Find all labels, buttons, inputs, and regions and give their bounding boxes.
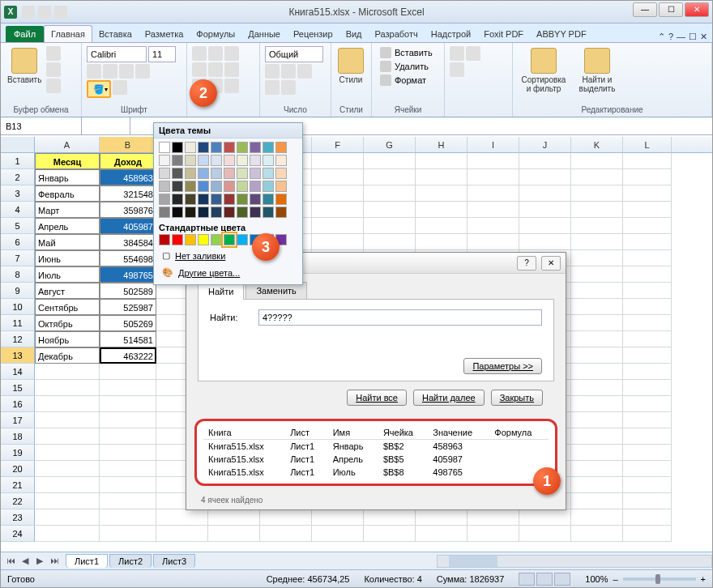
color-swatch[interactable]	[237, 207, 248, 218]
cell-K13[interactable]	[571, 347, 623, 364]
cell-J5[interactable]	[519, 218, 571, 234]
cell-L21[interactable]	[623, 477, 672, 493]
view-layout-icon[interactable]	[536, 573, 553, 586]
cells-insert-button[interactable]: Вставить	[377, 46, 436, 59]
cell-H24[interactable]	[416, 526, 468, 542]
color-swatch[interactable]	[159, 181, 170, 192]
cell-L3[interactable]	[623, 185, 672, 202]
color-swatch[interactable]	[172, 234, 183, 245]
color-swatch[interactable]	[172, 181, 183, 192]
color-swatch[interactable]	[224, 207, 235, 218]
cell-K1[interactable]	[571, 153, 623, 169]
color-swatch[interactable]	[275, 155, 287, 166]
row-header[interactable]: 22	[1, 493, 35, 509]
col-value[interactable]: Значение	[428, 426, 489, 440]
save-icon[interactable]	[22, 6, 35, 19]
cell-L10[interactable]	[623, 299, 672, 315]
zoom-in-icon[interactable]: +	[701, 574, 706, 584]
row-header[interactable]: 2	[1, 169, 35, 185]
minimize-button[interactable]: —	[633, 2, 657, 17]
color-swatch[interactable]	[250, 142, 261, 153]
tab-developer[interactable]: Разработч	[369, 26, 425, 42]
row-header[interactable]: 20	[1, 461, 35, 477]
cell-B16[interactable]	[100, 396, 156, 412]
cell-K11[interactable]	[571, 315, 623, 331]
color-swatch[interactable]	[198, 207, 209, 218]
row-header[interactable]: 6	[1, 234, 35, 250]
row-header[interactable]: 21	[1, 477, 35, 493]
cell-G24[interactable]	[364, 526, 416, 542]
cell-B2[interactable]: 458963	[100, 169, 156, 185]
row-header[interactable]: 10	[1, 299, 35, 315]
color-swatch[interactable]	[159, 142, 170, 153]
cell-L14[interactable]	[623, 364, 672, 380]
more-colors-option[interactable]: 🎨Другие цвета...	[157, 264, 299, 281]
sheet-nav-last-icon[interactable]: ⏭	[48, 556, 61, 566]
cell-K10[interactable]	[571, 299, 623, 315]
cell-B14[interactable]	[100, 364, 156, 380]
cell-B9[interactable]: 502589	[100, 283, 156, 299]
font-name-combo[interactable]: Calibri	[87, 46, 147, 62]
column-header-F[interactable]: F	[312, 137, 364, 152]
cell-L17[interactable]	[623, 412, 672, 428]
find-select-button[interactable]: Найти и выделить	[573, 46, 621, 95]
horizontal-scrollbar[interactable]	[437, 555, 712, 568]
cell-H6[interactable]	[416, 234, 468, 250]
cell-L7[interactable]	[623, 250, 672, 266]
copy-icon[interactable]	[46, 62, 61, 77]
color-swatch[interactable]	[172, 194, 183, 205]
col-sheet[interactable]: Лист	[285, 426, 328, 440]
cell-I24[interactable]	[468, 526, 519, 542]
cell-F4[interactable]	[312, 202, 364, 218]
color-swatch[interactable]	[263, 181, 274, 192]
column-header-J[interactable]: J	[519, 137, 571, 152]
cell-A11[interactable]: Октябрь	[35, 315, 100, 331]
underline-icon[interactable]	[119, 64, 134, 79]
cell-L4[interactable]	[623, 202, 672, 218]
cell-H1[interactable]	[416, 153, 468, 169]
find-result-row[interactable]: Книга515.xlsxЛист1Июль$B$8498765	[203, 466, 549, 479]
bold-icon[interactable]	[87, 64, 101, 79]
color-swatch[interactable]	[185, 142, 196, 153]
cell-K3[interactable]	[571, 185, 623, 202]
cell-K8[interactable]	[571, 266, 623, 283]
cell-F24[interactable]	[312, 526, 364, 542]
cell-J23[interactable]	[519, 509, 571, 526]
align-mid-icon[interactable]	[208, 46, 223, 61]
doc-min-icon[interactable]: —	[677, 32, 685, 42]
cell-L12[interactable]	[623, 331, 672, 347]
col-cell[interactable]: Ячейка	[378, 426, 428, 440]
cell-K20[interactable]	[571, 461, 623, 477]
select-all-corner[interactable]	[1, 137, 35, 152]
cell-B12[interactable]: 514581	[100, 331, 156, 347]
tab-view[interactable]: Вид	[339, 26, 369, 42]
align-top-icon[interactable]	[192, 46, 207, 61]
tab-abbyy[interactable]: ABBYY PDF	[530, 26, 593, 42]
cell-K18[interactable]	[571, 428, 623, 445]
tab-find[interactable]: Найти	[198, 283, 244, 300]
cell-I5[interactable]	[468, 218, 519, 234]
undo-icon[interactable]	[38, 6, 51, 19]
cell-B7[interactable]: 554698	[100, 250, 156, 266]
color-swatch[interactable]	[198, 194, 209, 205]
number-format-combo[interactable]: Общий	[265, 46, 323, 62]
row-header[interactable]: 7	[1, 250, 35, 266]
redo-icon[interactable]	[54, 6, 67, 19]
color-swatch[interactable]	[198, 168, 209, 179]
cell-J6[interactable]	[519, 234, 571, 250]
cell-K24[interactable]	[571, 526, 623, 542]
row-header[interactable]: 5	[1, 218, 35, 234]
cell-A3[interactable]: Февраль	[35, 185, 100, 202]
cell-A5[interactable]: Апрель	[35, 218, 100, 234]
color-swatch[interactable]	[263, 194, 274, 205]
cell-J24[interactable]	[519, 526, 571, 542]
cell-I4[interactable]	[468, 202, 519, 218]
color-swatch[interactable]	[263, 142, 274, 153]
cell-A13[interactable]: Декабрь	[35, 347, 100, 364]
color-swatch[interactable]	[172, 155, 183, 166]
font-size-combo[interactable]: 11	[148, 46, 176, 62]
color-swatch[interactable]	[159, 155, 170, 166]
cells-delete-button[interactable]: Удалить	[377, 60, 436, 73]
sheet-tab-3[interactable]: Лист3	[153, 554, 195, 568]
name-box[interactable]: B13	[1, 117, 82, 134]
